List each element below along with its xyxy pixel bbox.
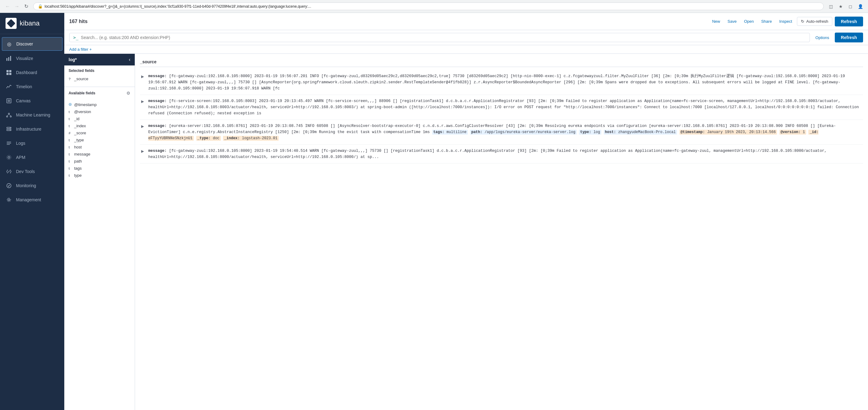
svg-point-22 — [7, 155, 11, 160]
sidebar-item-canvas[interactable]: Canvas — [0, 94, 64, 108]
save-button[interactable]: Save — [725, 18, 739, 25]
field-type-t-index: t — [69, 124, 72, 128]
topbar-left: 167 hits — [69, 19, 88, 24]
inspect-button[interactable]: Inspect — [777, 18, 795, 25]
log-entry: ▶ message: [fc-gateway-zuul:192.168.0.10… — [140, 145, 863, 164]
profile-button[interactable]: 👤 — [856, 2, 864, 10]
svg-point-16 — [10, 128, 10, 128]
field-type-clock: ☉ — [69, 103, 72, 107]
sidebar-item-machine-learning[interactable]: Machine Learning — [0, 108, 64, 122]
sidebar-item-dashboard[interactable]: Dashboard — [0, 65, 64, 79]
selected-field-source[interactable]: ? _source — [69, 75, 130, 82]
log-entry-1-text: [fc-gateway-zuul:192.168.0.105:8000] 202… — [148, 74, 845, 91]
log-highlight-timestamp: @timestamp: January 19th 2023, 20:13:14.… — [679, 130, 777, 135]
sidebar-item-canvas-label: Canvas — [16, 98, 30, 103]
expand-entry-2-button[interactable]: ▶ — [140, 99, 145, 104]
expand-entry-3-button[interactable]: ▶ — [140, 124, 145, 129]
index-pattern-label: log* — [69, 57, 76, 62]
field-message[interactable]: t message — [69, 150, 130, 158]
field-type-t-type2: t — [69, 174, 72, 177]
content-area: log* ‹ Selected fields ? _source Availab… — [64, 54, 868, 410]
field-name-timestamp: @timestamp — [74, 102, 130, 107]
field-version[interactable]: t @version — [69, 108, 130, 115]
field-score[interactable]: # _score — [69, 129, 130, 136]
field-name-type2: type — [74, 173, 130, 178]
options-button[interactable]: Options — [812, 34, 832, 42]
auto-refresh-button[interactable]: ↻ Auto-refresh — [797, 17, 832, 26]
app-name: kibana — [20, 20, 40, 27]
field-name-id: _id — [74, 116, 130, 121]
sidebar-item-management[interactable]: Management — [0, 193, 64, 207]
available-fields-header: Available fields ⚙ — [64, 88, 135, 98]
dashboard-icon — [5, 69, 12, 76]
sidebar: kibana ◎ Discover Visualize Dashboard — [0, 13, 64, 410]
field-tags[interactable]: t tags — [69, 165, 130, 172]
log-entry: ▶ message: [fc-service-screen:192.168.0.… — [140, 95, 863, 120]
window-button[interactable]: ◻ — [846, 2, 855, 10]
results-panel: _source ▶ message: [fc-gateway-zuul:192.… — [135, 54, 868, 410]
sidebar-item-apm[interactable]: APM — [0, 150, 64, 164]
svg-rect-0 — [6, 58, 7, 61]
svg-rect-8 — [8, 100, 10, 102]
sidebar-item-logs[interactable]: Logs — [0, 136, 64, 150]
sidebar-item-discover-label: Discover — [16, 41, 33, 46]
svg-rect-4 — [9, 70, 11, 72]
fields-panel: log* ‹ Selected fields ? _source Availab… — [64, 54, 135, 410]
open-button[interactable]: Open — [742, 18, 756, 25]
timelion-icon — [5, 83, 12, 90]
sidebar-item-monitoring[interactable]: Monitoring — [0, 178, 64, 193]
sidebar-item-dev-tools[interactable]: Dev Tools — [0, 164, 64, 178]
field-host[interactable]: t host — [69, 143, 130, 150]
add-filter-button[interactable]: Add a filter + — [69, 47, 92, 52]
canvas-icon — [5, 97, 12, 104]
field-name-message: message — [74, 152, 130, 157]
log-entry: ▶ message: [fc-gateway-zuul:192.168.0.10… — [140, 70, 863, 95]
field-id[interactable]: t _id — [69, 115, 130, 122]
sidebar-nav: ◎ Discover Visualize Dashboard Timelion — [0, 34, 64, 410]
field-path[interactable]: t path — [69, 158, 130, 165]
reload-button[interactable]: ↻ — [22, 2, 30, 10]
back-button[interactable]: ← — [4, 2, 12, 10]
new-button[interactable]: New — [710, 18, 722, 25]
field-type-field[interactable]: t _type — [69, 136, 130, 143]
field-name-score: _score — [74, 131, 130, 135]
log-message-key: message: — [148, 74, 167, 78]
sidebar-item-visualize[interactable]: Visualize — [0, 51, 64, 65]
field-type-item[interactable]: t type — [69, 172, 130, 179]
field-name-tags: tags — [74, 166, 130, 171]
svg-point-9 — [8, 113, 9, 114]
search-input-wrapper[interactable]: >_ — [69, 33, 810, 42]
field-name-type: _type — [74, 138, 130, 142]
sidebar-item-timelion[interactable]: Timelion — [0, 79, 64, 94]
sidebar-item-discover[interactable]: ◎ Discover — [2, 37, 62, 51]
sidebar-item-infrastructure[interactable]: Infrastructure — [0, 122, 64, 136]
available-fields-title: Available fields — [69, 91, 95, 95]
fields-settings-button[interactable]: ⚙ — [126, 91, 130, 96]
expand-entry-1-button[interactable]: ▶ — [140, 74, 145, 79]
svg-point-21 — [8, 157, 10, 158]
sidebar-item-infrastructure-label: Infrastructure — [16, 127, 41, 132]
share-button[interactable]: Share — [759, 18, 775, 25]
search-input[interactable] — [81, 35, 806, 40]
kibana-diamond — [7, 19, 16, 28]
topbar-actions: New Save Open Share Inspect ↻ Auto-refre… — [710, 16, 863, 27]
svg-rect-5 — [6, 73, 9, 75]
kibana-logo-icon — [5, 18, 17, 29]
log-highlight-version: @version: 1 — [779, 130, 806, 135]
sidebar-item-management-label: Management — [16, 197, 41, 202]
forward-button[interactable]: → — [13, 2, 21, 10]
field-timestamp[interactable]: ☉ @timestamp — [69, 101, 130, 108]
field-type-t-path: t — [69, 160, 72, 163]
url-bar[interactable]: 🔒 localhost:5601/app/kibana#/discover?_g… — [33, 2, 824, 10]
sidebar-item-timelion-label: Timelion — [16, 84, 32, 89]
screen-share-button[interactable]: ◫ — [827, 2, 835, 10]
expand-entry-4-button[interactable]: ▶ — [140, 148, 145, 154]
toggle-panel-button[interactable]: ‹ — [129, 57, 130, 62]
bookmark-button[interactable]: ★ — [837, 2, 845, 10]
logs-icon — [5, 140, 12, 147]
refresh-button[interactable]: Refresh — [835, 16, 863, 27]
field-type-t-version: t — [69, 110, 72, 114]
field-index[interactable]: t _index — [69, 122, 130, 129]
search-refresh-button[interactable]: Refresh — [835, 33, 863, 42]
browser-chrome: ← → ↻ 🔒 localhost:5601/app/kibana#/disco… — [0, 0, 868, 13]
